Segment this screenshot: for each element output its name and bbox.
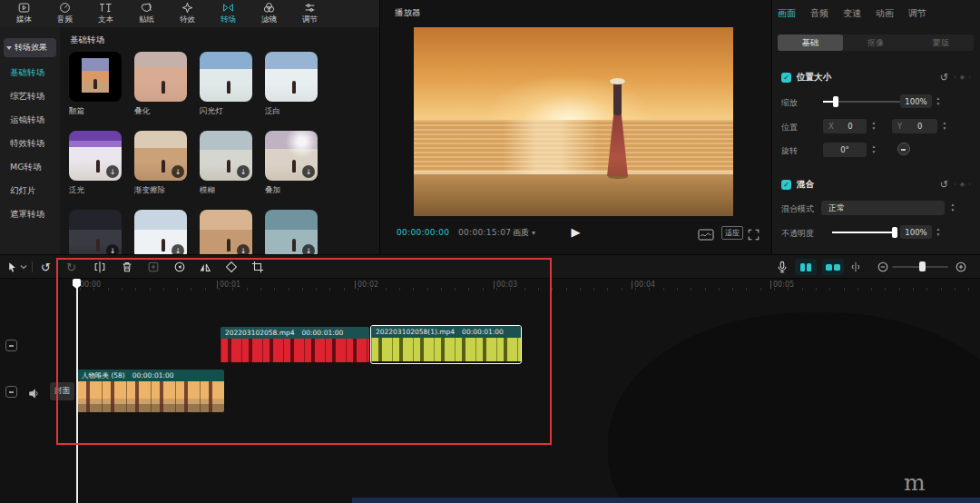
position-y-field[interactable]: Y 0	[892, 119, 937, 133]
playhead-line[interactable]	[76, 279, 78, 503]
tab-audio[interactable]: 音频	[44, 0, 85, 27]
freeze-frame-icon[interactable]	[147, 261, 160, 273]
transition-item[interactable]: ↓ 模糊	[200, 131, 252, 198]
scale-slider[interactable]	[823, 101, 905, 103]
rotate-field[interactable]: 0°	[823, 143, 867, 157]
timeline-zoom-slider[interactable]	[892, 266, 948, 268]
checkbox-blend[interactable]: ✓	[781, 180, 791, 190]
select-tool-chevron-icon[interactable]	[20, 261, 27, 273]
scopes-icon[interactable]	[698, 227, 714, 244]
tab-media[interactable]: 媒体	[4, 0, 44, 27]
position-x-field[interactable]: X 0	[823, 119, 867, 133]
clip-video-green-selected[interactable]: 202203102058(1).mp4 00:00:01:00	[370, 325, 522, 364]
prev-keyframe-icon[interactable]: ‹	[954, 74, 956, 81]
undo-icon[interactable]: ↺	[41, 261, 51, 273]
tab-audio-insp[interactable]: 音频	[810, 7, 828, 20]
mirror-icon[interactable]	[199, 261, 211, 273]
transition-item[interactable]: ↓	[69, 210, 122, 254]
subtab-basic[interactable]: 基础	[778, 35, 843, 51]
clip-main-track[interactable]: 人物唯美 (58) 00:00:01:00	[77, 370, 224, 412]
sidebar-item-mg[interactable]: MG转场	[0, 155, 60, 179]
transition-item[interactable]: ↓	[134, 210, 187, 254]
download-icon[interactable]: ↓	[172, 165, 184, 178]
quality-dropdown[interactable]: 画质 ▾	[513, 227, 535, 239]
keyframe-icon[interactable]: ◆	[960, 181, 965, 188]
scale-value[interactable]: 100%	[900, 94, 932, 108]
prev-keyframe-icon[interactable]: ‹	[954, 181, 956, 188]
download-icon[interactable]: ↓	[106, 165, 119, 178]
rotate-knob[interactable]	[897, 143, 910, 155]
tab-transition[interactable]: 转场	[208, 0, 249, 27]
download-icon[interactable]: ↓	[237, 244, 250, 254]
main-track-magnet-icon[interactable]	[795, 259, 817, 275]
download-icon[interactable]: ↓	[302, 244, 315, 254]
sidebar-item-basic[interactable]: 基础转场	[0, 61, 60, 84]
tab-adjust-insp[interactable]: 调节	[908, 7, 926, 20]
download-icon[interactable]: ↓	[302, 165, 315, 178]
next-keyframe-icon[interactable]: ›	[968, 74, 971, 81]
play-button[interactable]: ▶	[572, 225, 581, 239]
speaker-icon[interactable]	[28, 386, 41, 403]
tab-filter[interactable]: 滤镜	[249, 0, 289, 27]
transition-item[interactable]: ↓ 叠加	[265, 131, 318, 198]
main-track-toggle-icon[interactable]	[5, 386, 17, 398]
cover-button[interactable]: 封面	[50, 382, 74, 400]
tab-adjust[interactable]: 调节	[289, 0, 330, 27]
zoom-in-icon[interactable]	[955, 261, 967, 273]
reset-icon[interactable]: ↺	[940, 73, 948, 83]
scale-slider-handle[interactable]	[833, 96, 838, 107]
transition-item[interactable]: ↓	[265, 210, 318, 254]
timeline-zoom-handle[interactable]	[919, 261, 926, 271]
transition-item[interactable]: ↓ 渐变擦除	[134, 131, 187, 198]
delete-icon[interactable]	[121, 261, 133, 273]
transition-item[interactable]: ↓ 泛光	[69, 131, 122, 198]
crop-icon[interactable]	[251, 261, 264, 273]
download-icon[interactable]: ↓	[106, 244, 119, 254]
transition-item[interactable]: 叠化	[134, 52, 187, 119]
keyframe-icon[interactable]: ◆	[960, 74, 965, 81]
opacity-slider-handle[interactable]	[892, 227, 897, 238]
tab-text[interactable]: 文本	[85, 0, 126, 27]
transition-item[interactable]: ↓	[200, 210, 252, 254]
sidebar-item-camera[interactable]: 运镜转场	[0, 108, 60, 132]
sidebar-item-slideshow[interactable]: 幻灯片	[0, 179, 60, 202]
opacity-stepper[interactable]: ▴▾	[934, 225, 943, 239]
zoom-out-icon[interactable]	[877, 261, 889, 273]
tab-animation[interactable]: 动画	[876, 7, 894, 20]
download-icon[interactable]: ↓	[172, 244, 184, 254]
auto-snap-icon[interactable]	[822, 259, 844, 275]
sidebar-item-variety[interactable]: 综艺转场	[0, 84, 60, 108]
tab-speed[interactable]: 变速	[843, 7, 861, 20]
transition-item[interactable]: 泛白	[265, 52, 318, 119]
tab-sticker[interactable]: 贴纸	[126, 0, 167, 27]
reverse-icon[interactable]	[173, 261, 186, 273]
reset-icon[interactable]: ↺	[940, 180, 948, 190]
select-tool-icon[interactable]	[6, 261, 18, 273]
next-keyframe-icon[interactable]: ›	[968, 181, 971, 188]
download-icon[interactable]: ↓	[237, 165, 250, 178]
transition-item[interactable]: 翻篇	[69, 52, 122, 119]
player-video[interactable]	[414, 27, 733, 216]
preview-axis-icon[interactable]	[849, 261, 862, 273]
rotate-stepper[interactable]: ▴▾	[869, 143, 878, 157]
transition-item[interactable]: 闪光灯	[200, 52, 252, 119]
split-icon[interactable]	[93, 261, 106, 273]
scale-stepper[interactable]: ▴▾	[934, 94, 943, 108]
fit-button[interactable]: 适应	[721, 226, 743, 240]
subtab-mask[interactable]: 蒙版	[908, 35, 974, 51]
blend-mode-dropdown[interactable]: 正常	[821, 201, 945, 215]
position-y-stepper[interactable]: ▴▾	[940, 119, 949, 133]
position-x-stepper[interactable]: ▴▾	[869, 119, 878, 133]
subtab-cutout[interactable]: 抠像	[843, 35, 908, 51]
blend-mode-stepper[interactable]: ▴▾	[948, 201, 957, 215]
fullscreen-icon[interactable]	[748, 227, 760, 244]
opacity-value[interactable]: 100%	[900, 225, 932, 239]
overlay-track-toggle-icon[interactable]	[5, 340, 17, 351]
sidebar-header[interactable]: 转场效果	[4, 38, 56, 57]
checkbox-position-size[interactable]: ✓	[781, 73, 791, 83]
sidebar-item-effect[interactable]: 特效转场	[0, 132, 60, 155]
tab-picture[interactable]: 画面	[778, 7, 796, 20]
opacity-slider[interactable]	[832, 232, 897, 233]
timeline-ruler[interactable]: 00:00 00:01 00:02 00:03 00:04 00:05	[0, 279, 980, 291]
redo-icon[interactable]: ↻	[66, 261, 76, 273]
